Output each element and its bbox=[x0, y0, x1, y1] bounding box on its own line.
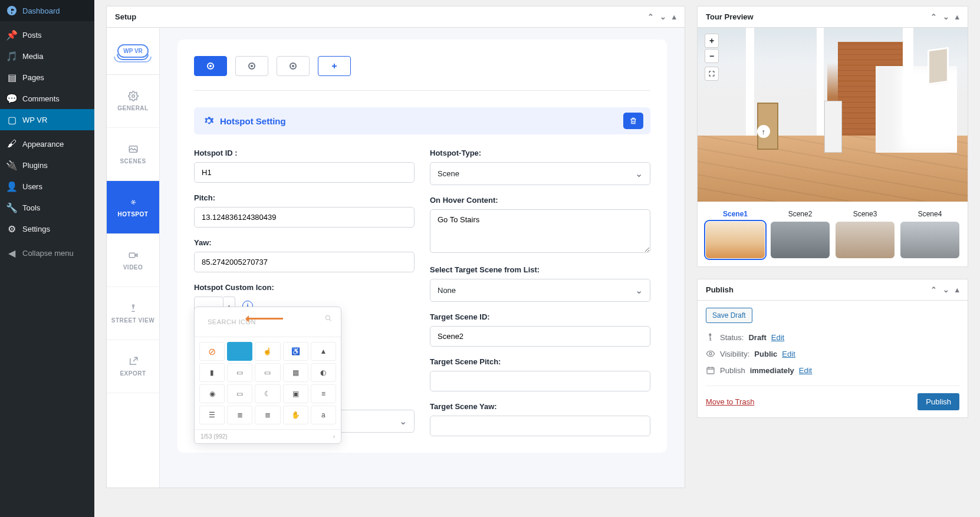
address-card-icon[interactable]: ▭ bbox=[227, 363, 252, 382]
hotspot-nav-2[interactable] bbox=[235, 56, 268, 76]
tab-scenes[interactable]: SCENES bbox=[107, 128, 159, 181]
field-pitch: Pitch: bbox=[194, 193, 415, 228]
trash-icon bbox=[629, 117, 637, 125]
delete-hotspot-button[interactable] bbox=[623, 113, 643, 129]
move-up-icon[interactable]: ⌃ bbox=[930, 12, 937, 21]
yaw-input[interactable] bbox=[194, 252, 415, 272]
tab-video[interactable]: VIDEO bbox=[107, 234, 159, 287]
menu-wpvr[interactable]: ▢WP VR bbox=[0, 109, 94, 130]
menu-media[interactable]: 🎵Media bbox=[0, 45, 94, 67]
hand-point-icon[interactable]: ☝ bbox=[255, 342, 280, 361]
search-icon bbox=[324, 314, 333, 324]
hiking-icon[interactable]: ▲ bbox=[311, 342, 336, 361]
menu-dashboard[interactable]: Dashboard bbox=[0, 0, 94, 21]
tab-export[interactable]: EXPORT bbox=[107, 340, 159, 393]
target-scene-select[interactable]: None bbox=[430, 279, 650, 302]
align-right-icon[interactable]: ≣ bbox=[255, 406, 280, 424]
circle-up-icon[interactable]: ◉ bbox=[199, 384, 225, 403]
calendar-icon bbox=[706, 365, 715, 375]
status-value: Draft bbox=[748, 333, 766, 342]
publish-button[interactable]: Publish bbox=[917, 393, 959, 410]
menu-label: Dashboard bbox=[22, 6, 60, 15]
scene-thumb-2[interactable]: Scene2 bbox=[771, 210, 830, 258]
align-left-icon[interactable]: ≣ bbox=[227, 406, 252, 424]
move-down-icon[interactable]: ⌄ bbox=[660, 12, 666, 21]
ad-icon[interactable]: ▭ bbox=[227, 384, 252, 403]
amazon-icon[interactable]: a bbox=[311, 406, 336, 424]
address-book-icon[interactable]: ▮ bbox=[199, 363, 225, 382]
icon-picker-next[interactable]: › bbox=[333, 433, 335, 440]
scene-thumb-1[interactable]: Scene1 bbox=[706, 210, 765, 258]
image-icon bbox=[128, 144, 139, 154]
scene-thumb-4[interactable]: Scene4 bbox=[900, 210, 959, 258]
plug-icon: 🔌 bbox=[6, 159, 18, 171]
align-justify-icon[interactable]: ☰ bbox=[199, 406, 225, 424]
hotspot-nav-1[interactable] bbox=[194, 56, 227, 76]
menu-posts[interactable]: 📌Posts bbox=[0, 24, 94, 45]
field-target-yaw: Target Scene Yaw: bbox=[430, 402, 650, 436]
svg-point-5 bbox=[132, 305, 134, 307]
camera-icon[interactable]: ▣ bbox=[283, 384, 308, 403]
menu-users[interactable]: 👤Users bbox=[0, 176, 94, 197]
eye-icon bbox=[706, 349, 715, 358]
field-custom-icon: Hotspot Custom Icon: ▲ i bbox=[194, 283, 415, 433]
move-up-icon[interactable]: ⌃ bbox=[930, 285, 937, 294]
hotspot-id-input[interactable] bbox=[194, 162, 415, 183]
tab-hotspot[interactable]: HOTSPOT bbox=[107, 181, 159, 234]
menu-pages[interactable]: ▤Pages bbox=[0, 67, 94, 88]
hotspot-type-select[interactable]: Scene bbox=[430, 162, 650, 185]
tab-street-view[interactable]: STREET VIEW bbox=[107, 287, 159, 340]
collapse-menu[interactable]: ◀Collapse menu bbox=[0, 242, 94, 264]
wp-admin-sidebar: Dashboard 📌Posts 🎵Media ▤Pages 💬Comments… bbox=[0, 0, 94, 506]
accessible-icon[interactable]: ♿ bbox=[283, 342, 308, 361]
panorama-hotspot-marker[interactable]: ↑ bbox=[757, 125, 770, 138]
menu-appearance[interactable]: 🖌Appearance bbox=[0, 133, 94, 154]
target-scene-id-input[interactable] bbox=[430, 326, 650, 347]
moon-icon[interactable]: ☾ bbox=[255, 384, 280, 403]
solid-icon[interactable] bbox=[227, 342, 252, 361]
tab-general[interactable]: GENERAL bbox=[107, 75, 159, 128]
move-down-icon[interactable]: ⌄ bbox=[943, 12, 949, 21]
gear-icon bbox=[128, 91, 139, 101]
toggle-icon[interactable]: ▴ bbox=[672, 12, 676, 21]
border-all-icon[interactable]: ▦ bbox=[283, 363, 308, 382]
edit-status-link[interactable]: Edit bbox=[771, 333, 784, 342]
hand-paper-icon[interactable]: ✋ bbox=[283, 406, 308, 424]
save-draft-button[interactable]: Save Draft bbox=[706, 308, 752, 323]
tour-preview-metabox: Tour Preview ⌃ ⌄ ▴ + − bbox=[697, 6, 968, 267]
toggle-icon[interactable]: ▴ bbox=[955, 12, 959, 21]
target-icon bbox=[128, 197, 139, 208]
toggle-icon[interactable]: ▴ bbox=[955, 285, 959, 294]
edit-schedule-link[interactable]: Edit bbox=[799, 366, 812, 375]
svg-point-3 bbox=[132, 202, 134, 203]
hotspot-nav-add[interactable] bbox=[318, 56, 351, 76]
menu-plugins[interactable]: 🔌Plugins bbox=[0, 154, 94, 176]
field-yaw: Yaw: bbox=[194, 238, 415, 272]
fullscreen-button[interactable] bbox=[705, 67, 719, 81]
field-target-id: Target Scene ID: bbox=[430, 312, 650, 347]
scene-thumb-3[interactable]: Scene3 bbox=[836, 210, 895, 258]
zoom-out-button[interactable]: − bbox=[705, 49, 719, 63]
move-up-icon[interactable]: ⌃ bbox=[647, 12, 654, 21]
hover-content-input[interactable] bbox=[430, 209, 650, 253]
vr-icon: ▢ bbox=[6, 114, 18, 126]
none-icon[interactable]: ⊘ bbox=[199, 342, 225, 361]
move-down-icon[interactable]: ⌄ bbox=[943, 285, 949, 294]
menu-comments[interactable]: 💬Comments bbox=[0, 88, 94, 109]
adjust-icon[interactable]: ◐ bbox=[311, 363, 336, 382]
align-center-icon[interactable]: ≡ bbox=[311, 384, 336, 403]
video-icon bbox=[128, 250, 139, 261]
zoom-in-button[interactable]: + bbox=[705, 34, 719, 48]
target-scene-pitch-input[interactable] bbox=[430, 371, 650, 391]
target-scene-yaw-input[interactable] bbox=[430, 416, 650, 436]
hotspot-nav-3[interactable] bbox=[277, 56, 310, 76]
panorama-viewport[interactable]: + − ↑ bbox=[698, 28, 968, 202]
id-card-icon[interactable]: ▭ bbox=[255, 363, 280, 382]
user-icon: 👤 bbox=[6, 180, 18, 192]
edit-visibility-link[interactable]: Edit bbox=[782, 350, 795, 358]
export-icon bbox=[128, 356, 139, 367]
pitch-input[interactable] bbox=[194, 207, 415, 228]
menu-settings[interactable]: ⚙Settings bbox=[0, 218, 94, 239]
move-to-trash-link[interactable]: Move to Trash bbox=[706, 397, 754, 406]
menu-tools[interactable]: 🔧Tools bbox=[0, 197, 94, 218]
